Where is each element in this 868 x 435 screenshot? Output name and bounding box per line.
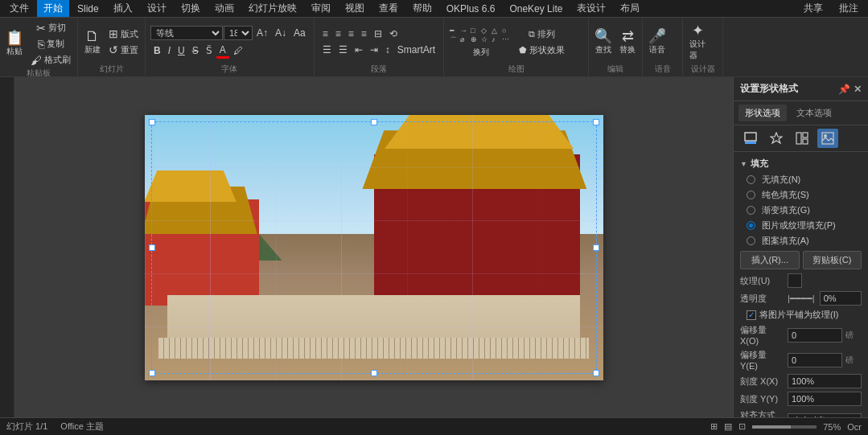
highlight-button[interactable]: 🖊 — [230, 44, 246, 57]
texture-swatch[interactable] — [788, 273, 802, 288]
indent-dec-button[interactable]: ⇤ — [352, 43, 366, 56]
font-family-select[interactable]: 等线 — [150, 26, 223, 40]
panel-effects-icon-btn[interactable] — [766, 129, 787, 148]
menu-onekey[interactable]: OneKey Lite — [503, 2, 569, 16]
panel-layout-icon-btn[interactable] — [792, 129, 812, 148]
increase-font-button[interactable]: A↑ — [253, 27, 271, 39]
svg-rect-6 — [822, 133, 833, 144]
clear-format-button[interactable]: Aa — [290, 27, 309, 39]
view-slide-btn[interactable]: ▤ — [724, 421, 732, 432]
reset-button[interactable]: ↺重置 — [105, 43, 142, 58]
align-left-button[interactable]: ≡ — [319, 27, 331, 40]
cut-button[interactable]: ✂剪切 — [27, 20, 74, 35]
indent-inc-button[interactable]: ⇥ — [367, 43, 381, 56]
decrease-font-button[interactable]: A↓ — [272, 27, 290, 39]
italic-button[interactable]: I — [165, 44, 174, 57]
strikethrough-button[interactable]: S — [189, 44, 202, 57]
voice-button[interactable]: 🎤 语音 — [646, 27, 668, 57]
columns-button[interactable]: ⊟ — [371, 27, 385, 40]
grid-lines — [145, 115, 603, 380]
menu-design[interactable]: 设计 — [141, 0, 173, 17]
newslide-button[interactable]: 🗋 新建 — [81, 27, 104, 57]
bold-button[interactable]: B — [150, 44, 164, 57]
align-select[interactable]: 左上对齐 居中对齐 — [788, 413, 862, 418]
copy-button[interactable]: ⎘复制 — [27, 36, 74, 51]
menu-check[interactable]: 查看 — [372, 0, 405, 17]
menu-review[interactable]: 审阅 — [305, 0, 337, 17]
arrange-button[interactable]: ⧉排列 — [516, 27, 568, 42]
fill-none-radio[interactable] — [747, 175, 755, 184]
paste-button[interactable]: 📋 粘贴 — [3, 29, 26, 59]
panel-image-icon-btn[interactable] — [817, 129, 838, 148]
menu-comment[interactable]: 批注 — [833, 0, 865, 17]
menu-transition[interactable]: 切换 — [175, 0, 207, 17]
shapeeffects-button[interactable]: ⬟形状效果 — [516, 43, 568, 58]
fill-picture-radio[interactable] — [747, 221, 755, 230]
smartart-button[interactable]: SmartArt — [394, 43, 438, 56]
shapeeffects-label: 形状效果 — [529, 44, 565, 56]
fill-pattern-radio[interactable] — [747, 236, 755, 245]
clipboard-image-button[interactable]: 剪贴板(C) — [803, 251, 862, 269]
panel-content: 填充 无填充(N) 纯色填充(S) 渐变填充(G) 图片或纹理填充(P) — [734, 152, 868, 417]
canvas-area[interactable] — [14, 77, 733, 417]
menu-home[interactable]: 开始 — [37, 0, 69, 17]
linespace-button[interactable]: ↕ — [382, 43, 393, 56]
para-rows: ≡ ≡ ≡ ≡ ⊟ ⟲ ☰ ☰ ⇤ ⇥ ↕ SmartArt — [318, 27, 440, 57]
list-button[interactable]: ☰ — [319, 43, 335, 56]
offset-x-input[interactable] — [788, 328, 842, 343]
menu-view[interactable]: 视图 — [339, 0, 371, 17]
numlist-button[interactable]: ☰ — [335, 43, 351, 56]
panel-tab-text[interactable]: 文本选项 — [790, 105, 838, 121]
fill-section-header[interactable]: 填充 — [734, 155, 868, 172]
fill-gradient-radio[interactable] — [747, 206, 755, 215]
edit-label: 编辑 — [592, 64, 639, 76]
brightness-input[interactable] — [820, 291, 862, 306]
panel-close-button[interactable]: ✕ — [854, 84, 862, 95]
font-row2: B I U S S̈ A 🖊 — [149, 43, 311, 60]
scale-x-input[interactable] — [788, 374, 862, 388]
panel-icons — [734, 125, 868, 152]
menu-insert[interactable]: 插入 — [107, 0, 139, 17]
shapes-button[interactable]: ━→□◇△○ ⌒⌀⊕☆♪⋯ 换列 — [447, 25, 514, 60]
align-right-button[interactable]: ≡ — [345, 27, 357, 40]
menu-slide[interactable]: Slide — [71, 2, 105, 16]
textdir-button[interactable]: ⟲ — [386, 27, 401, 40]
formatpaint-label: 格式刷 — [44, 54, 71, 66]
find-button[interactable]: 🔍 查找 — [592, 27, 615, 57]
zoom-slider[interactable] — [752, 425, 817, 429]
formatpaint-button[interactable]: 🖌格式刷 — [27, 52, 74, 68]
designer-icon: ✦ — [692, 23, 704, 38]
view-normal-btn[interactable]: ⊞ — [710, 421, 718, 432]
panel-fill-icon-btn[interactable] — [740, 129, 761, 148]
ocr-label[interactable]: Ocr — [847, 422, 862, 432]
menu-layout[interactable]: 布局 — [614, 0, 646, 17]
panel-pin-button[interactable]: 📌 — [838, 84, 850, 95]
menu-share[interactable]: 共享 — [797, 0, 829, 17]
designer-button[interactable]: ✦ 设计器 — [686, 22, 709, 63]
menu-slideshow[interactable]: 幻灯片放映 — [242, 0, 303, 17]
brightness-label: 透明度 — [740, 293, 784, 305]
fill-solid-radio[interactable] — [747, 191, 755, 199]
align-center-button[interactable]: ≡ — [332, 27, 344, 40]
replace-button[interactable]: ⇄ 替换 — [616, 27, 639, 57]
panel-tab-shape[interactable]: 形状选项 — [738, 105, 787, 121]
clipboard-buttons: 📋 粘贴 ✂剪切 ⎘复制 🖌格式刷 — [3, 20, 74, 68]
offset-y-input[interactable] — [788, 353, 842, 367]
stretch-checkbox[interactable]: ✓ — [747, 310, 756, 320]
insert-image-button[interactable]: 插入(R)... — [740, 251, 800, 269]
shadow-button[interactable]: S̈ — [203, 44, 216, 57]
menu-file[interactable]: 文件 — [3, 0, 35, 17]
menu-help[interactable]: 帮助 — [406, 0, 438, 17]
layout-button[interactable]: ⊞版式 — [105, 27, 142, 42]
fontcolor-button[interactable]: A — [216, 43, 229, 59]
view-reader-btn[interactable]: ⊡ — [738, 421, 746, 432]
underline-button[interactable]: U — [175, 44, 188, 57]
menu-okplus[interactable]: OKPlus 6.6 — [440, 2, 502, 16]
font-size-select[interactable]: 18 — [224, 26, 253, 40]
justify-button[interactable]: ≡ — [358, 27, 370, 40]
menu-animation[interactable]: 动画 — [208, 0, 241, 17]
scale-y-input[interactable] — [788, 392, 862, 406]
menu-tabledesign[interactable]: 表设计 — [570, 0, 612, 17]
panel-header: 设置形状格式 📌 ✕ — [734, 77, 868, 101]
fill-gradient-label: 渐变填充(G) — [762, 204, 810, 216]
